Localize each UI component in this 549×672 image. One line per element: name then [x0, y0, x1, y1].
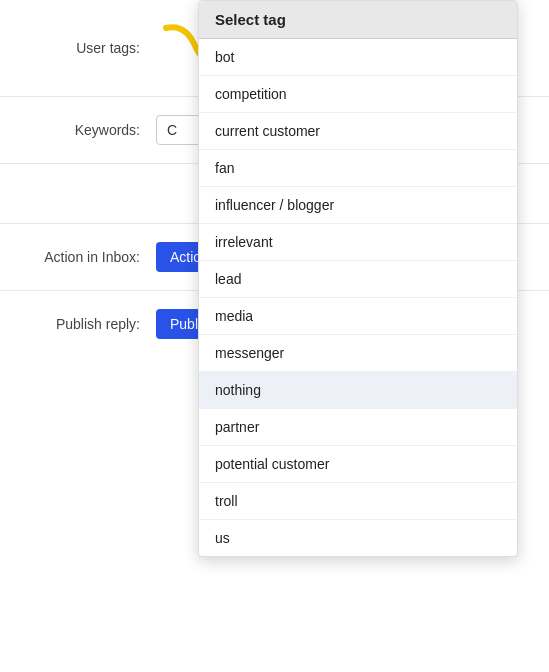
dropdown-item-nothing[interactable]: nothing	[199, 372, 517, 409]
dropdown-item-competition[interactable]: competition	[199, 76, 517, 113]
dropdown-item-fan[interactable]: fan	[199, 150, 517, 187]
user-tags-label: User tags:	[20, 40, 140, 56]
dropdown-item-influencer_blogger[interactable]: influencer / blogger	[199, 187, 517, 224]
dropdown-item-current_customer[interactable]: current customer	[199, 113, 517, 150]
action-inbox-label: Action in Inbox:	[20, 249, 140, 265]
dropdown-item-irrelevant[interactable]: irrelevant	[199, 224, 517, 261]
page-background: User tags: Keywords: Action in Inbox: Ac…	[0, 0, 549, 672]
dropdown-item-partner[interactable]: partner	[199, 409, 517, 446]
dropdown-item-bot[interactable]: bot	[199, 39, 517, 76]
publish-reply-label: Publish reply:	[20, 316, 140, 332]
dropdown-item-media[interactable]: media	[199, 298, 517, 335]
dropdown-item-us[interactable]: us	[199, 520, 517, 556]
keywords-label: Keywords:	[20, 122, 140, 138]
select-tag-dropdown[interactable]: Select tag botcompetitioncurrent custome…	[198, 0, 518, 557]
dropdown-item-lead[interactable]: lead	[199, 261, 517, 298]
dropdown-list: botcompetitioncurrent customerfaninfluen…	[199, 39, 517, 556]
dropdown-item-potential_customer[interactable]: potential customer	[199, 446, 517, 483]
dropdown-header: Select tag	[199, 1, 517, 39]
dropdown-item-troll[interactable]: troll	[199, 483, 517, 520]
dropdown-item-messenger[interactable]: messenger	[199, 335, 517, 372]
